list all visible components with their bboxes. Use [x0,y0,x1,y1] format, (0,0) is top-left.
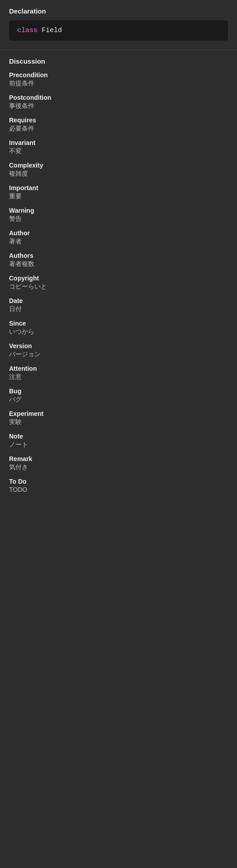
doc-item: Sinceいつから [9,320,228,336]
doc-item: Authors著者複数 [9,252,228,268]
doc-item-label: Postcondition [9,94,228,101]
declaration-section: Declaration class Field [0,0,237,50]
doc-item: Precondition前提条件 [9,71,228,88]
doc-item-label: Version [9,342,228,350]
discussion-title: Discussion [9,57,228,65]
doc-item-label: Experiment [9,410,228,417]
doc-item-value: 重要 [9,192,228,201]
doc-item: To DoTODO [9,478,228,493]
doc-item-value: 事後条件 [9,102,228,110]
doc-item-label: Since [9,320,228,327]
doc-item-value: バグ [9,396,228,404]
doc-item-label: Bug [9,387,228,395]
doc-item: Author著者 [9,229,228,246]
doc-item-value: 気付き [9,463,228,471]
doc-item: Experiment実験 [9,410,228,426]
doc-item-value: 著者複数 [9,260,228,268]
doc-item-label: Author [9,229,228,237]
doc-item: Attention注意 [9,365,228,381]
code-keyword: class [17,27,38,34]
code-classname: Field [42,27,62,34]
doc-item-label: Invariant [9,139,228,146]
doc-item-value: コピーらいと [9,283,228,291]
doc-item-value: TODO [9,486,228,493]
doc-item-value: いつから [9,328,228,336]
doc-item-label: Copyright [9,275,228,282]
doc-item-value: ノート [9,441,228,449]
doc-item-label: Precondition [9,71,228,79]
doc-item-label: Requires [9,117,228,124]
doc-item-label: To Do [9,478,228,485]
doc-item-value: 日付 [9,305,228,313]
doc-item: Complexity複雑度 [9,162,228,178]
doc-item-value: 不変 [9,147,228,155]
doc-item: Postcondition事後条件 [9,94,228,110]
doc-item-label: Authors [9,252,228,259]
doc-item: Bugバグ [9,387,228,404]
doc-item: Invariant不変 [9,139,228,155]
doc-item-label: Important [9,184,228,191]
declaration-title: Declaration [9,7,228,15]
code-block: class Field [9,20,228,41]
doc-item: Copyrightコピーらいと [9,275,228,291]
doc-item-label: Remark [9,455,228,462]
doc-item-label: Complexity [9,162,228,169]
doc-item-label: Warning [9,207,228,214]
doc-item: Date日付 [9,297,228,313]
doc-item-value: 複雑度 [9,170,228,178]
doc-item-value: 注意 [9,373,228,381]
doc-item: Remark気付き [9,455,228,471]
doc-item: Noteノート [9,433,228,449]
doc-item-label: Attention [9,365,228,372]
doc-item: Versionバージョン [9,342,228,359]
doc-item-value: 前提条件 [9,79,228,88]
doc-item-value: 著者 [9,238,228,246]
doc-item-value: 必要条件 [9,125,228,133]
doc-item-label: Note [9,433,228,440]
discussion-section: Discussion Precondition前提条件Postcondition… [0,50,237,507]
doc-item: Warning警告 [9,207,228,223]
doc-item-value: 実験 [9,418,228,426]
doc-items-container: Precondition前提条件Postcondition事後条件Require… [9,71,228,493]
doc-item-label: Date [9,297,228,304]
doc-item-value: 警告 [9,215,228,223]
doc-item: Requires必要条件 [9,117,228,133]
doc-item: Important重要 [9,184,228,201]
doc-item-value: バージョン [9,350,228,359]
